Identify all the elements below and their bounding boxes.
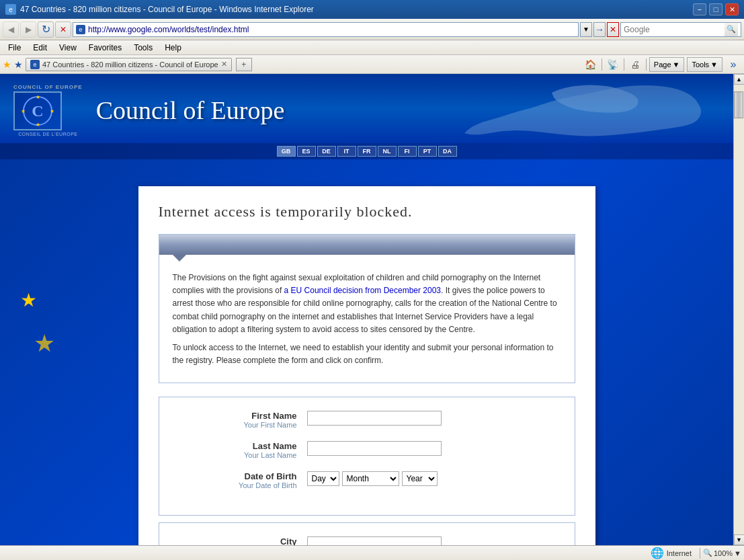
- dob-inputs: Day 12345 678910 1112131415 1617181920 2…: [307, 471, 438, 486]
- scroll-thumb[interactable]: [734, 91, 743, 118]
- menu-tools[interactable]: Tools: [128, 42, 158, 54]
- info-box: The Provisions on the fight against sexu…: [159, 234, 575, 383]
- menu-edit[interactable]: Edit: [28, 42, 52, 54]
- first-name-row: First Name Your First Name: [173, 411, 561, 429]
- search-bar[interactable]: 🔍: [620, 22, 741, 37]
- go-button[interactable]: →: [593, 22, 606, 37]
- favorites-star-icon[interactable]: ★: [3, 59, 11, 70]
- city-input[interactable]: [307, 536, 442, 545]
- zoom-level: 100%: [714, 549, 733, 557]
- dob-label: Date of Birth: [173, 471, 297, 481]
- world-map: [431, 79, 713, 149]
- address-dropdown[interactable]: ▼: [580, 22, 592, 37]
- first-name-sublabel: Your First Name: [173, 421, 297, 429]
- scroll-track[interactable]: [734, 85, 744, 534]
- lang-de[interactable]: DE: [317, 146, 336, 157]
- day-select[interactable]: Day 12345 678910 1112131415 1617181920 2…: [307, 471, 339, 486]
- more-options-icon[interactable]: »: [725, 57, 741, 72]
- search-input[interactable]: [624, 25, 725, 34]
- last-name-input[interactable]: [307, 441, 442, 456]
- lang-it[interactable]: IT: [337, 146, 356, 157]
- status-right: 🌐 Internet 🔍 100% ▼: [651, 547, 741, 559]
- zoom-dropdown[interactable]: ▼: [734, 549, 741, 557]
- scroll-up-button[interactable]: ▲: [734, 74, 745, 85]
- feeds-button[interactable]: 📡: [605, 57, 621, 72]
- menu-favorites[interactable]: Favorites: [83, 42, 127, 54]
- ie-icon: e: [5, 4, 16, 15]
- navigation-bar: ◀ ▶ ↻ ✕ e http://www.google.com/worlds/t…: [0, 19, 744, 40]
- refresh-button[interactable]: ↻: [38, 22, 54, 38]
- tab-label: 47 Countries - 820 million citizens - Co…: [42, 61, 218, 69]
- menu-file[interactable]: File: [3, 42, 26, 54]
- toolbar-right-icons: 🏠 📡 🖨 Page ▼ Tools ▼ »: [583, 57, 741, 72]
- eu-decision-link[interactable]: a EU Council decision from December 2003: [284, 286, 441, 295]
- logo-star: ★: [50, 108, 54, 114]
- first-name-label: First Name: [173, 411, 297, 421]
- content-area: ★ ★ ★ ★ ★ ★ ★ ★ ★ COUNCIL OF EUROPE: [0, 74, 744, 545]
- dob-sublabel: Your Date of Birth: [173, 481, 297, 489]
- search-button[interactable]: 🔍: [725, 23, 738, 36]
- last-name-sublabel: Your Last Name: [173, 451, 297, 459]
- logo-star: ★: [21, 108, 26, 114]
- browser-tab[interactable]: e 47 Countries - 820 million citizens - …: [26, 58, 232, 71]
- page-favicon: e: [76, 25, 85, 34]
- minimize-button[interactable]: −: [693, 3, 706, 15]
- tools-button[interactable]: Tools ▼: [687, 57, 722, 72]
- year-select[interactable]: Year 2010200920082007 2006200520001995 1…: [402, 471, 438, 486]
- vertical-scrollbar[interactable]: ▲ ▼: [733, 74, 744, 545]
- last-name-row: Last Name Your Last Name: [173, 441, 561, 459]
- page-button[interactable]: Page ▼: [649, 57, 685, 72]
- first-name-input[interactable]: [307, 411, 442, 426]
- city-label: City: [173, 536, 297, 545]
- main-content-wrapper: Internet access is temporarily blocked. …: [0, 159, 733, 545]
- logo-area: COUNCIL OF EUROPE C ★ ★ ★: [13, 84, 83, 136]
- content-wrapper[interactable]: ★ ★ ★ ★ ★ ★ ★ ★ ★ COUNCIL OF EUROPE: [0, 74, 733, 545]
- first-name-label-col: First Name Your First Name: [173, 411, 307, 429]
- menu-view[interactable]: View: [54, 42, 82, 54]
- page-dropdown-icon: ▼: [673, 61, 680, 69]
- page-title: Internet access is temporarily blocked.: [159, 203, 575, 221]
- lang-es[interactable]: ES: [297, 146, 316, 157]
- forward-button[interactable]: ▶: [20, 22, 36, 38]
- tab-close-icon[interactable]: ✕: [221, 60, 227, 69]
- stop-button[interactable]: ✕: [55, 22, 71, 38]
- dob-row: Date of Birth Your Date of Birth Day 123…: [173, 471, 561, 489]
- home-button[interactable]: 🏠: [583, 57, 599, 72]
- scroll-down-button[interactable]: ▼: [734, 534, 745, 545]
- council-small-text: COUNCIL OF EUROPE: [13, 84, 83, 90]
- city-label-col: City Your City: [173, 536, 307, 545]
- address-bar[interactable]: e http://www.google.com/worlds/test/inde…: [73, 22, 579, 37]
- page-inner: ★ ★ ★ ★ ★ ★ ★ ★ ★ COUNCIL OF EUROPE: [0, 74, 733, 545]
- info-box-arrow: [173, 255, 186, 262]
- address-bar-container: e http://www.google.com/worlds/test/inde…: [73, 22, 619, 37]
- info-box-body: The Provisions on the fight against sexu…: [159, 255, 575, 383]
- tab-favicon: e: [30, 60, 40, 69]
- new-tab-button[interactable]: +: [236, 58, 252, 71]
- back-button[interactable]: ◀: [3, 22, 19, 38]
- logo-circle-area: C ★ ★ ★ ★: [21, 94, 54, 128]
- window-controls: − □ ✕: [693, 3, 739, 15]
- month-select[interactable]: Month JanuaryFebruaryMarchApril MayJuneJ…: [342, 471, 399, 486]
- city-form: City Your City: [159, 522, 575, 545]
- menu-help[interactable]: Help: [159, 42, 187, 54]
- stop-icon: ✕: [607, 22, 619, 37]
- city-row: City Your City: [173, 536, 561, 545]
- status-bar: 🌐 Internet 🔍 100% ▼: [0, 545, 744, 560]
- coe-header: COUNCIL OF EUROPE C ★ ★ ★: [0, 74, 733, 143]
- lang-fr[interactable]: FR: [358, 146, 376, 157]
- zoom-indicator: 🔍 100% ▼: [703, 549, 741, 557]
- menu-bar: File Edit View Favorites Tools Help: [0, 40, 744, 55]
- maximize-button[interactable]: □: [709, 3, 722, 15]
- favorites-bar: ★ ★ e 47 Countries - 820 million citizen…: [0, 55, 744, 74]
- last-name-label: Last Name: [173, 441, 297, 451]
- lang-gb[interactable]: GB: [277, 146, 296, 157]
- close-button[interactable]: ✕: [725, 3, 739, 15]
- window-title: 47 Countries - 820 million citizens - Co…: [20, 5, 689, 14]
- logo-star: ★: [36, 122, 40, 128]
- lang-nl[interactable]: NL: [378, 146, 397, 157]
- add-favorites-icon[interactable]: ★: [14, 59, 23, 70]
- print-button[interactable]: 🖨: [627, 57, 643, 72]
- council-of-europe-title: Council of Europe: [96, 96, 285, 124]
- globe-icon: 🌐: [651, 547, 664, 559]
- lang-fi[interactable]: FI: [398, 146, 417, 157]
